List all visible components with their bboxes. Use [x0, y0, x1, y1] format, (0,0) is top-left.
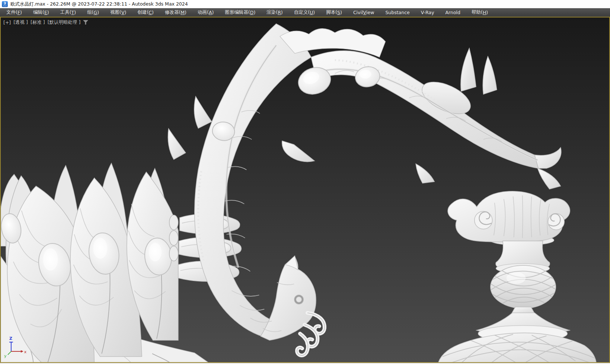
menu-item-substance[interactable]: Substance	[380, 8, 415, 17]
viewport-label: [+] [透视 ] [标准 ] [默认明暗处理 ]	[3, 19, 89, 26]
menu-item-arnold[interactable]: Arnold	[440, 8, 466, 17]
menu-item-create[interactable]: 创建(C)	[132, 8, 159, 17]
axis-y-label: y	[4, 354, 7, 358]
viewport-view-label[interactable]: [透视 ]	[13, 19, 28, 26]
viewport-maximize-label[interactable]: [+]	[3, 20, 11, 25]
model-render: Z x y	[1, 17, 609, 362]
viewport-shading-label[interactable]: [默认明暗处理 ]	[48, 19, 81, 26]
menu-item-v-ray[interactable]: V-Ray	[415, 8, 440, 17]
menu-item-file[interactable]: 文件(F)	[1, 8, 28, 17]
menu-item-rendering[interactable]: 渲染(R)	[261, 8, 288, 17]
axis-z-label: Z	[9, 336, 12, 341]
menu-bar: 文件(F)编辑(E)工具(T)组(G)视图(V)创建(C)修改器(M)动画(A)…	[0, 8, 610, 17]
title-bar: 3 max 欧式水晶灯.max - 262.26M @ 2023-07-22 2…	[0, 0, 610, 8]
menu-item-group[interactable]: 组(G)	[82, 8, 105, 17]
menu-item-edit[interactable]: 编辑(E)	[28, 8, 55, 17]
window-title: 欧式水晶灯.max - 262.26M @ 2023-07-22 22:38:1…	[10, 1, 188, 7]
menu-item-modifiers[interactable]: 修改器(M)	[159, 8, 192, 17]
menu-item-help[interactable]: 帮助(H)	[466, 8, 494, 17]
feather-fan	[1, 163, 210, 362]
viewport[interactable]: Z x y [+] [透视 ] [标准 ] [默认明暗处理 ]	[0, 17, 610, 363]
axis-x-label: x	[24, 349, 27, 354]
finial-post	[438, 191, 596, 362]
3ds-max-logo-icon: 3 max	[2, 1, 8, 7]
viewport-renderer-label[interactable]: [标准 ]	[31, 19, 45, 26]
menu-item-animation[interactable]: 动画(A)	[192, 8, 219, 17]
menu-item-graph-editors[interactable]: 图形编辑器(D)	[219, 8, 261, 17]
menu-item-tools[interactable]: 工具(T)	[55, 8, 82, 17]
menu-item-scripting[interactable]: 脚本(S)	[320, 8, 348, 17]
menu-item-views[interactable]: 视图(V)	[105, 8, 132, 17]
funnel-icon[interactable]	[83, 20, 89, 25]
menu-item-customize[interactable]: 自定义(U)	[288, 8, 320, 17]
menu-item-civil-view[interactable]: Civil View	[348, 8, 380, 17]
